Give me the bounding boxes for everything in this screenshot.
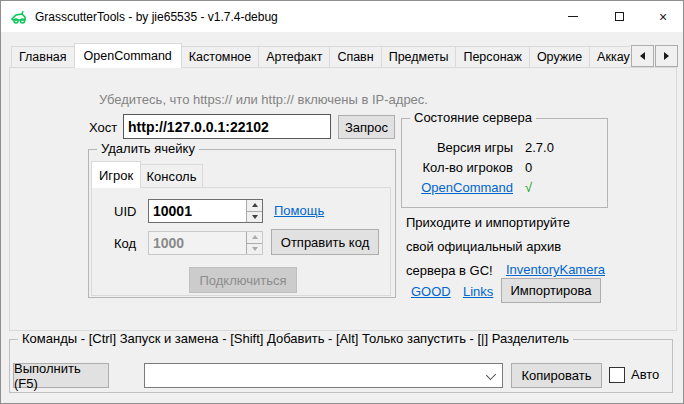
maximize-button[interactable] [596,2,642,31]
inventorykamera-link[interactable]: InventoryKamera [506,262,605,277]
help-link[interactable]: Помощь [274,203,324,218]
title-bar: GrasscutterTools - by jie65535 - v1.7.4-… [1,1,683,32]
code-label: Код [114,236,136,251]
tab-opencommand[interactable]: OpenCommand [74,43,182,68]
arrow-right-icon [664,52,669,60]
main-tab-strip: Главная OpenCommand Кастомное Артефакт С… [11,43,630,68]
chevron-down-icon[interactable] [486,370,496,380]
tab-personazh[interactable]: Персонаж [455,46,529,68]
tab-artefakt[interactable]: Артефакт [258,46,330,68]
tab-kastomnoe[interactable]: Кастомное [181,46,259,68]
app-window: GrasscutterTools - by jie65535 - v1.7.4-… [0,0,684,404]
tab-predmety[interactable]: Предметы [381,46,457,68]
spin-up-icon [252,203,258,207]
command-input[interactable] [145,364,482,387]
tab-scroll-right-button[interactable] [655,45,678,67]
minimize-icon [568,16,578,17]
host-hint-text: Убедитесь, что https:// или http:// вклю… [99,92,428,107]
good-link[interactable]: GOOD [411,284,451,299]
code-spin-down-button [246,243,262,255]
opencommand-status-check: √ [525,180,532,195]
tab-scroll-left-button[interactable] [631,45,654,67]
subtab-console[interactable]: Консоль [140,164,203,188]
tab-oruzhie[interactable]: Оружие [529,46,590,68]
uid-input[interactable] [149,200,245,222]
tab-akkaunt[interactable]: Аккаун [589,46,630,68]
spin-down-icon [252,247,258,251]
window-title: GrasscutterTools - by jie65535 - v1.7.4-… [35,10,278,24]
player-count-label: Кол-во игроков [407,160,513,175]
close-button[interactable]: × [642,2,684,31]
connect-button: Подключиться [189,267,297,293]
uid-spin-down-button[interactable] [246,211,262,223]
code-spin-up-button [246,232,262,243]
copy-button[interactable]: Копировать [511,363,602,388]
run-command-button[interactable]: Выполнить (F5) [13,363,109,388]
links-link[interactable]: Links [463,284,493,299]
code-spin-buttons [246,232,262,254]
remove-cell-group-title: Удалить ячейку [97,141,199,156]
subtab-player[interactable]: Игрок [91,161,141,188]
close-icon: × [659,10,667,24]
code-stepper [148,231,263,255]
send-code-button[interactable]: Отправить код [271,229,379,255]
arrow-left-icon [640,52,645,60]
game-version-value: 2.7.0 [525,140,554,155]
auto-checkbox-label[interactable]: Авто [631,367,659,382]
spin-down-icon [252,215,258,219]
app-icon [10,8,28,26]
tab-spavn[interactable]: Спавн [329,46,381,68]
host-input[interactable] [123,114,331,139]
query-button[interactable]: Запрос [338,115,395,139]
import-text-line: свой официальный архив [406,235,616,259]
opencommand-status-link[interactable]: OpenCommand [407,180,513,195]
uid-spin-up-button[interactable] [246,200,262,211]
uid-label: UID [114,204,136,219]
import-button[interactable]: Импортирова [501,278,601,303]
import-text-line: Приходите и импортируйте [406,211,616,235]
server-status-group-title: Состояние сервера [410,110,536,125]
spin-up-icon [252,235,258,239]
tab-glavnaya[interactable]: Главная [11,46,75,68]
maximize-icon [615,12,624,21]
auto-checkbox[interactable] [609,367,625,383]
code-input [149,232,245,254]
host-label: Хост [89,120,117,135]
minimize-button[interactable] [550,2,596,31]
uid-stepper [148,199,263,223]
command-combobox [144,363,503,388]
game-version-label: Версия игры [407,140,513,155]
player-count-value: 0 [525,160,532,175]
commands-group-title: Команды - [Ctrl] Запуск и замена - [Shif… [18,331,573,346]
uid-spin-buttons [246,200,262,222]
